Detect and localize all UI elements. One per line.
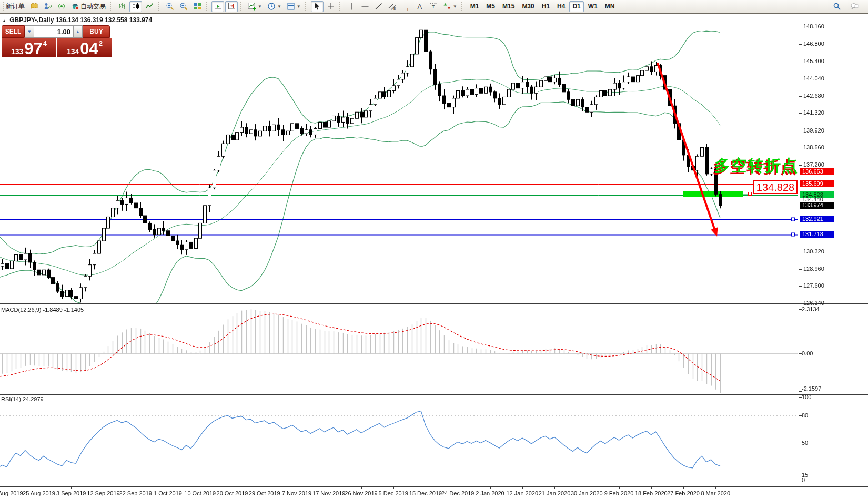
price-level-tag: 131.718 <box>800 231 834 238</box>
chartshift-icon <box>227 2 236 11</box>
label-button[interactable]: T <box>427 1 440 12</box>
timeframe-mn[interactable]: MN <box>602 1 618 12</box>
signals-button[interactable] <box>55 1 68 12</box>
dropdown-arrow-icon[interactable]: ▼ <box>297 4 301 9</box>
search-icon <box>833 2 841 11</box>
dropdown-arrow-icon[interactable]: ▼ <box>258 4 262 9</box>
timeframe-w1[interactable]: W1 <box>585 1 601 12</box>
sell-price[interactable]: 133974 <box>2 38 56 57</box>
volume-input[interactable] <box>34 25 73 38</box>
vertical-line-button[interactable] <box>345 1 358 12</box>
rsi-indicator-label: RSI(14) 24.2979 <box>1 396 44 402</box>
price-axis-tick: 130.320 <box>803 248 824 254</box>
strategy-tester-button[interactable] <box>42 1 54 12</box>
date-axis-label: 9 Feb 2020 <box>604 490 634 496</box>
toolbar-group-grip[interactable] <box>339 2 342 11</box>
buy-price-handle: 134 <box>67 48 79 56</box>
cursor-icon <box>313 2 321 11</box>
price-axis-tick: 142.680 <box>803 93 824 99</box>
date-axis-label: 7 Nov 2019 <box>282 490 311 496</box>
date-axis-label: 29 Oct 2019 <box>249 490 280 496</box>
trendline-button[interactable] <box>372 1 385 12</box>
price-level-tag: 133.974 <box>800 202 834 209</box>
toolbar-group-grip[interactable] <box>206 2 209 11</box>
date-axis-label: 1 Oct 2019 <box>154 490 182 496</box>
cursor-button[interactable] <box>311 1 324 12</box>
toolbar-group-grip[interactable] <box>240 2 243 11</box>
autoscroll-icon <box>214 2 222 11</box>
date-axis-label: 12 Jan 2020 <box>506 490 538 496</box>
svg-text:F: F <box>407 7 409 11</box>
dropdown-arrow-icon[interactable]: ▼ <box>453 4 457 9</box>
timeframe-m30[interactable]: M30 <box>519 1 537 12</box>
price-chart-canvas[interactable] <box>0 0 868 499</box>
auto-scroll-button[interactable] <box>211 1 224 12</box>
indicators-button[interactable]: ▼ <box>246 1 264 12</box>
crosshair-button[interactable] <box>325 1 337 12</box>
timeframe-m1[interactable]: M1 <box>467 1 482 12</box>
arrows-icon <box>443 2 451 11</box>
hline-icon <box>361 2 369 11</box>
sell-button[interactable]: SELL <box>2 25 25 38</box>
macd-indicator-label: MACD(12,26,9) -1.8489 -1.1405 <box>1 307 84 313</box>
date-axis-label: 2 Jan 2020 <box>476 490 504 496</box>
chat-button[interactable] <box>849 1 861 12</box>
text-icon: A <box>416 2 424 11</box>
zoom-in-button[interactable] <box>164 1 176 12</box>
one-click-trading-panel: SELL ▼ ▲ BUY 133974 134042 <box>2 25 112 57</box>
buy-button[interactable]: BUY <box>83 25 110 38</box>
price-callout-label[interactable]: 134.828 <box>753 180 798 194</box>
date-axis-label: 12 Sep 2019 <box>87 490 119 496</box>
templates-button[interactable]: ▼ <box>285 1 303 12</box>
fibo-icon: F <box>402 2 410 11</box>
tile-windows-button[interactable] <box>191 1 204 12</box>
chart-symbol-period: GBPJPY-,Daily <box>9 16 54 24</box>
timeframe-m15[interactable]: M15 <box>499 1 518 12</box>
chat-icon <box>851 2 859 11</box>
timeframe-h4[interactable]: H4 <box>554 1 568 12</box>
timeframe-h1[interactable]: H1 <box>539 1 553 12</box>
auto-trading-button[interactable]: 自动交易 <box>69 1 108 12</box>
price-axis-tick: 144.040 <box>803 75 824 82</box>
search-button[interactable] <box>831 1 843 12</box>
horizontal-line-button[interactable] <box>359 1 371 12</box>
timeframe-d1[interactable]: D1 <box>569 1 583 12</box>
zoom-out-button[interactable] <box>177 1 190 12</box>
bar-chart-button[interactable] <box>116 1 128 12</box>
chart-history-button[interactable] <box>28 1 41 12</box>
toolbar-group-grip[interactable] <box>110 2 113 11</box>
chart-shift-button[interactable] <box>225 1 238 12</box>
equidistant-channel-button[interactable]: E <box>386 1 399 12</box>
arrows-button[interactable]: ▼ <box>441 1 459 12</box>
date-axis-label: 21 Jan 2020 <box>539 490 571 496</box>
rsi-axis-tick: 80 <box>802 412 808 419</box>
price-axis-tick: 138.560 <box>803 144 824 150</box>
periods-button[interactable]: ▼ <box>265 1 284 12</box>
bars-icon <box>118 2 126 11</box>
clock-icon <box>267 2 276 11</box>
date-axis-label: 3 Sep 2019 <box>56 490 86 496</box>
buy-price[interactable]: 134042 <box>57 38 112 57</box>
chart-title: ▲ GBPJPY-,Daily 136.134 136.319 132.558 … <box>2 16 152 24</box>
toolbar-group-grip[interactable] <box>461 2 465 11</box>
volume-decrease-button[interactable]: ▼ <box>25 25 34 38</box>
main-toolbar: 新订单自动交易▼▼▼EFAT▼M1M5M15M30H1H4D1W1MN <box>0 0 868 13</box>
candles-icon <box>132 2 140 11</box>
fibonacci-button[interactable]: F <box>400 1 412 12</box>
channel-icon: E <box>388 2 397 11</box>
autotrade-icon <box>71 2 79 11</box>
dropdown-arrow-icon[interactable]: ▼ <box>277 4 281 9</box>
timeframe-m5[interactable]: M5 <box>483 1 498 12</box>
line-chart-button[interactable] <box>143 1 156 12</box>
template-icon <box>287 2 295 11</box>
candlestick-button[interactable] <box>129 1 142 12</box>
toolbar-group-grip[interactable] <box>305 2 308 11</box>
price-level-tag: 135.699 <box>800 180 834 187</box>
date-axis-label: 5 Dec 2019 <box>379 490 408 496</box>
text-button[interactable]: A <box>413 1 426 12</box>
toolbar-group-grip[interactable] <box>158 2 161 11</box>
bull-bear-turning-point-annotation[interactable]: 多空转折点 <box>714 155 799 177</box>
new-order-button[interactable]: 新订单 <box>4 1 27 12</box>
volume-increase-button[interactable]: ▲ <box>73 25 83 38</box>
rsi-axis-tick: 50 <box>802 440 808 446</box>
